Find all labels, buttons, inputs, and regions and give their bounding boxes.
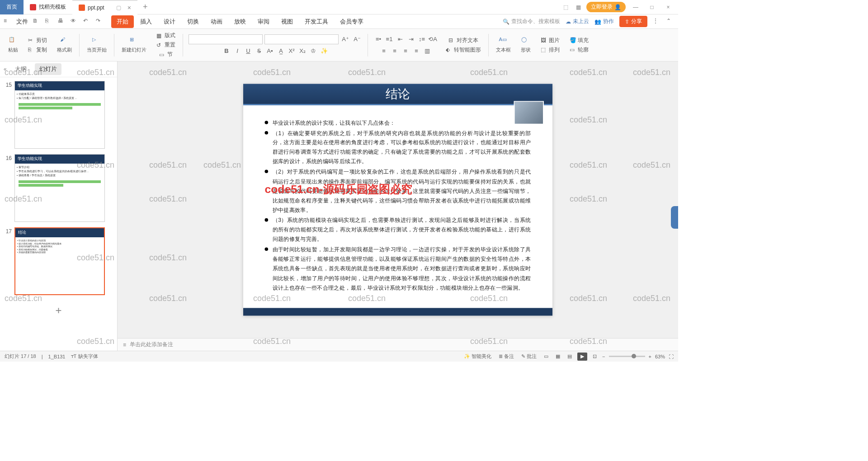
indent-right-button[interactable]: ⇥ — [406, 34, 416, 44]
section-button[interactable]: ▭节 — [157, 50, 175, 59]
new-slide-button[interactable]: ⊞新建幻灯片 — [120, 36, 148, 54]
strike-button[interactable]: S̶ — [254, 46, 264, 56]
login-button[interactable]: 立即登录👤 — [586, 2, 626, 12]
textbox-button[interactable]: A▭文本框 — [494, 36, 513, 54]
indent-left-button[interactable]: ⇤ — [395, 34, 405, 44]
minimize-button[interactable]: — — [629, 1, 642, 14]
text-direction-button[interactable]: ⟲A — [428, 34, 438, 44]
shape-button[interactable]: ◯形状 — [519, 36, 533, 54]
tab-window-icon[interactable]: ▢ — [116, 5, 121, 11]
design-name[interactable]: 1_B131 — [48, 354, 66, 359]
bullets-button[interactable]: ≡• — [373, 34, 383, 44]
missing-font-warning[interactable]: ᴛT缺失字体 — [71, 353, 99, 360]
save-icon[interactable]: 🗎 — [33, 18, 41, 26]
tab-home[interactable]: 首页 — [0, 0, 24, 14]
slide-preview[interactable]: 结论 毕业设计系统的设计实现，让我有以下几点体会： （1）在确定要研究的系统之后… — [243, 84, 552, 316]
tab-review[interactable]: 审阅 — [252, 15, 275, 28]
picture-button[interactable]: 🖼图片 — [539, 36, 561, 45]
add-tab-button[interactable]: + — [137, 2, 153, 12]
tab-insert[interactable]: 插入 — [135, 15, 157, 28]
thumbnail-16[interactable]: 16 学生功能实现• 章节介绍• 学生在系统进行学习，可以在系统提供的各模块进行… — [4, 154, 113, 222]
tab-template[interactable]: 找稻壳模板 — [24, 0, 72, 14]
highlight-button[interactable]: A̲ — [276, 46, 286, 56]
tab-developer[interactable]: 开发工具 — [299, 15, 334, 28]
format-painter-button[interactable]: 🖌格式刷 — [55, 36, 74, 54]
cut-button[interactable]: ✂剪切 — [26, 36, 49, 45]
increase-font-icon[interactable]: A⁺ — [340, 34, 350, 44]
line-spacing-button[interactable]: ↕≡ — [417, 34, 427, 44]
thumbnail-15[interactable]: 15 学生功能实现• 功能体系示意• 实习分配 / 课程管理 / 指导教师选择 … — [4, 81, 113, 149]
tab-transition[interactable]: 切换 — [182, 15, 204, 28]
export-icon[interactable]: ⎘ — [45, 18, 53, 26]
align-center-button[interactable]: ≡ — [390, 46, 400, 56]
clear-format-button[interactable]: ♔ — [308, 46, 318, 56]
align-text-button[interactable]: ⊟对齐文本 — [447, 36, 480, 45]
maximize-button[interactable]: □ — [646, 1, 658, 14]
align-justify-button[interactable]: ≡ — [411, 46, 421, 56]
cloud-button[interactable]: ☁未上云 — [566, 18, 589, 25]
align-right-button[interactable]: ≡ — [401, 46, 410, 56]
search-input[interactable]: 🔍查找命令、搜索模板 — [503, 18, 560, 25]
layout-button[interactable]: ▦版式 — [155, 31, 177, 40]
italic-button[interactable]: I — [232, 46, 242, 56]
add-slide-button[interactable]: + — [4, 301, 113, 320]
coop-button[interactable]: 👥协作 — [594, 18, 614, 25]
menu-icon[interactable]: ≡ — [4, 18, 12, 26]
redo-icon[interactable]: ↷ — [96, 18, 104, 26]
zoom-slider[interactable] — [609, 356, 645, 357]
fill-button[interactable]: 🪣填充 — [568, 36, 590, 45]
copy-button[interactable]: ⎘复制 — [26, 45, 49, 55]
comments-button[interactable]: ✎批注 — [519, 352, 538, 361]
beautify-button[interactable]: ✨智能美化 — [462, 352, 493, 361]
collapse-ribbon-icon[interactable]: ⌃ — [666, 18, 675, 26]
numbering-button[interactable]: ≡1 — [384, 34, 394, 44]
zoom-in-button[interactable]: + — [649, 354, 651, 359]
thumbnail-17[interactable]: 17 结论• 毕业设计系统的设计与实现• 设计系统功能，结合用户的使用习惯与需求… — [4, 227, 113, 295]
subscript-button[interactable]: X₂ — [297, 46, 307, 56]
effects-button[interactable]: ✨ — [319, 46, 329, 56]
decrease-font-icon[interactable]: A⁻ — [352, 34, 362, 44]
tab-member[interactable]: 会员专享 — [335, 15, 369, 28]
preview-icon[interactable]: 👁 — [71, 18, 79, 26]
superscript-button[interactable]: X² — [287, 46, 297, 56]
file-menu[interactable]: 文件 — [16, 18, 28, 26]
view-reading-button[interactable]: ▤ — [566, 353, 574, 360]
font-family-select[interactable] — [189, 34, 263, 44]
zoom-value[interactable]: 63% — [655, 354, 665, 359]
thumbnails-list[interactable]: 15 学生功能实现• 功能体系示意• 实习分配 / 课程管理 / 指导教师选择 … — [0, 77, 117, 351]
tab-animation[interactable]: 动画 — [205, 15, 228, 28]
collapse-panel-icon[interactable]: « — [4, 66, 7, 72]
from-current-button[interactable]: ▷当页开始 — [85, 36, 108, 54]
fullscreen-button[interactable]: ⛶ — [669, 354, 674, 359]
tab-design[interactable]: 设计 — [158, 15, 181, 28]
share-button[interactable]: ⇧分享 — [619, 16, 647, 27]
layout-icon[interactable]: ⬚ — [561, 3, 570, 12]
tab-start[interactable]: 开始 — [111, 15, 134, 28]
close-icon[interactable]: × — [127, 4, 131, 11]
slideshow-button[interactable]: ▶ — [577, 353, 587, 361]
side-handle[interactable] — [671, 206, 678, 229]
undo-icon[interactable]: ↶ — [83, 18, 91, 26]
print-icon[interactable]: 🖶 — [58, 18, 66, 26]
underline-button[interactable]: U — [243, 46, 253, 56]
view-sorter-button[interactable]: ▦ — [554, 353, 562, 360]
bold-button[interactable]: B — [222, 46, 231, 56]
more-icon[interactable]: ⋮ — [653, 18, 661, 26]
notes-pane[interactable]: ≡单击此处添加备注 — [118, 338, 678, 351]
view-normal-button[interactable]: ▭ — [542, 353, 550, 360]
align-left-button[interactable]: ≡ — [379, 46, 389, 56]
notes-button[interactable]: ≣备注 — [497, 352, 516, 361]
font-color-button[interactable]: A▪ — [265, 46, 275, 56]
zoom-out-button[interactable]: − — [602, 354, 605, 359]
font-size-select[interactable] — [264, 34, 339, 44]
close-button[interactable]: × — [662, 1, 675, 14]
paste-button[interactable]: 📋粘贴 — [6, 36, 20, 54]
fit-button[interactable]: ⊡ — [591, 353, 599, 360]
tab-document[interactable]: ppt.ppt ▢ × — [72, 0, 137, 14]
columns-button[interactable]: ▥ — [422, 46, 432, 56]
tab-slides[interactable]: 幻灯片 — [35, 63, 61, 75]
reset-button[interactable]: ↺重置 — [155, 40, 177, 50]
arrange-button[interactable]: ⬚排列 — [539, 45, 561, 55]
tab-slideshow[interactable]: 放映 — [229, 15, 251, 28]
tab-view[interactable]: 视图 — [276, 15, 298, 28]
